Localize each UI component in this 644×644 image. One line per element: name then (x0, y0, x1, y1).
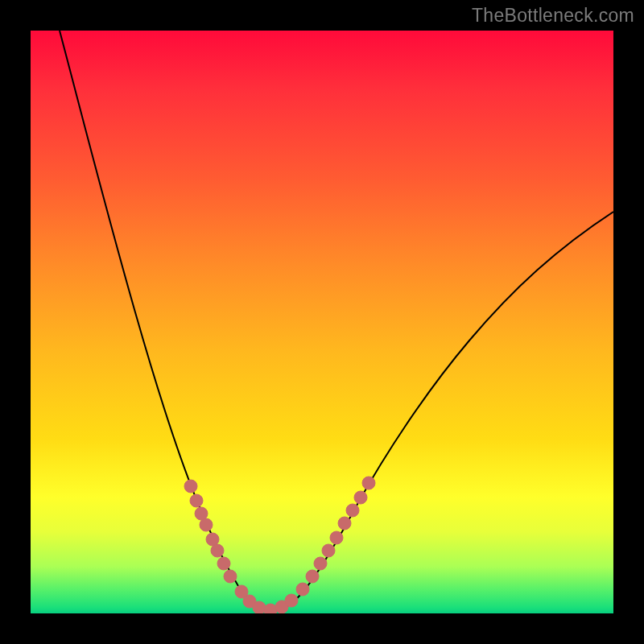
bead (314, 557, 327, 570)
bead (184, 480, 197, 493)
bead (264, 604, 277, 613)
bead (322, 544, 335, 557)
bead (253, 601, 266, 613)
bead (330, 531, 343, 544)
bead (285, 594, 298, 607)
bead-group-right (296, 477, 375, 596)
bead (217, 557, 230, 570)
plot-area (31, 31, 613, 613)
bead (211, 544, 224, 557)
watermark-text: TheBottleneck.com (472, 5, 634, 27)
outer-frame: TheBottleneck.com (0, 0, 644, 644)
bead (354, 491, 367, 504)
bead (338, 517, 351, 530)
bead (362, 477, 375, 489)
bead (306, 570, 319, 583)
bottleneck-curve (60, 31, 613, 611)
bead-group-trough (235, 585, 298, 613)
bead (190, 494, 203, 507)
bead (296, 583, 309, 596)
bead (200, 518, 213, 531)
bead (224, 570, 237, 583)
bead (346, 504, 359, 517)
curve-layer (31, 31, 613, 613)
